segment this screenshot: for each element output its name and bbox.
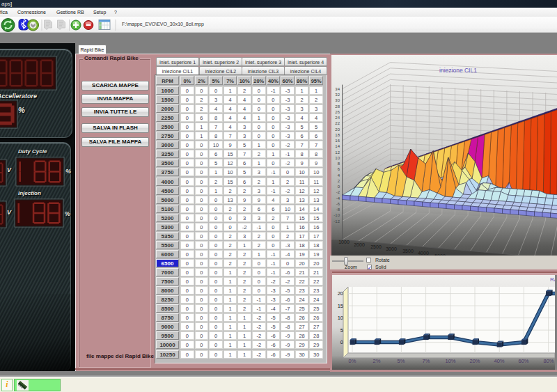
svg-text:iniezione CIL1: iniezione CIL1 <box>439 67 477 74</box>
svg-text:32: 32 <box>335 93 340 97</box>
svg-text:80%: 80% <box>543 358 554 364</box>
svg-text:12: 12 <box>335 150 340 155</box>
svg-text:28: 28 <box>335 104 340 109</box>
svg-text:2500: 2500 <box>370 244 382 249</box>
svg-text:10: 10 <box>335 156 340 160</box>
svg-text:0: 0 <box>340 339 343 345</box>
svg-text:14: 14 <box>335 144 340 148</box>
svg-text:40%: 40% <box>494 358 504 364</box>
svg-text:-12: -12 <box>334 219 340 224</box>
svg-text:-6: -6 <box>336 202 340 206</box>
svg-text:10%: 10% <box>445 358 455 364</box>
svg-text:3000: 3000 <box>386 246 397 251</box>
svg-text:34: 34 <box>335 87 340 91</box>
svg-text:RA: RA <box>550 276 555 283</box>
svg-text:5: 5 <box>340 327 343 334</box>
svg-text:20%: 20% <box>469 358 480 364</box>
svg-text:10: 10 <box>338 315 343 321</box>
svg-text:30: 30 <box>335 98 340 102</box>
svg-text:2000: 2000 <box>354 242 365 247</box>
svg-text:20: 20 <box>338 290 343 297</box>
svg-text:18: 18 <box>335 133 340 137</box>
svg-text:0%: 0% <box>349 358 356 364</box>
svg-text:15: 15 <box>338 303 343 309</box>
svg-text:60%: 60% <box>518 358 528 364</box>
svg-text:4000: 4000 <box>418 251 429 256</box>
svg-text:5%: 5% <box>398 358 405 364</box>
svg-text:7%: 7% <box>423 358 430 364</box>
svg-text:-10: -10 <box>334 213 340 217</box>
svg-text:-2: -2 <box>336 190 340 194</box>
svg-text:26: 26 <box>335 110 340 114</box>
svg-text:2%: 2% <box>373 358 381 364</box>
svg-text:22: 22 <box>335 121 340 125</box>
svg-text:-8: -8 <box>336 207 340 212</box>
svg-text:20: 20 <box>335 127 340 132</box>
svg-text:1000: 1000 <box>338 240 350 244</box>
svg-text:-4: -4 <box>336 196 340 201</box>
svg-text:3500: 3500 <box>402 249 414 253</box>
svg-text:24: 24 <box>335 116 340 120</box>
svg-text:16: 16 <box>335 139 340 143</box>
